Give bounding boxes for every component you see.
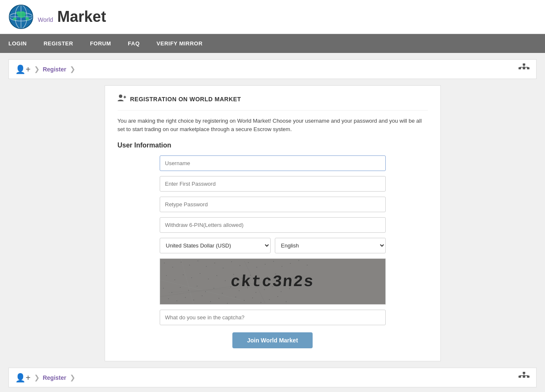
language-select[interactable]: English Spanish French German: [275, 238, 386, 253]
breadcrumb-bottom-left: 👤+ ❯ Register ❯: [15, 373, 75, 383]
logo-text: World Market: [38, 8, 106, 26]
svg-point-63: [197, 286, 197, 287]
svg-point-80: [202, 295, 203, 296]
svg-point-39: [273, 261, 274, 262]
registration-description: You are making the right choice by regis…: [118, 117, 428, 133]
svg-point-29: [189, 265, 190, 266]
svg-point-27: [172, 267, 173, 268]
svg-point-38: [265, 264, 266, 265]
svg-point-26: [164, 263, 165, 263]
main-wrapper: 👤+ ❯ Register ❯: [0, 53, 545, 392]
svg-point-43: [307, 265, 308, 266]
svg-point-47: [191, 277, 192, 278]
svg-point-83: [227, 303, 228, 304]
svg-rect-91: [523, 372, 525, 374]
registration-form: United States Dollar (USD) Bitcoin (BTC)…: [118, 155, 428, 348]
svg-point-33: [223, 268, 224, 268]
svg-point-50: [216, 275, 217, 276]
svg-point-87: [261, 302, 261, 303]
svg-point-59: [163, 288, 164, 289]
captcha-text: cktc3n2s: [230, 273, 315, 291]
svg-point-46: [183, 274, 184, 275]
svg-point-32: [214, 263, 215, 263]
svg-point-84: [235, 297, 236, 297]
svg-point-48: [200, 273, 200, 274]
svg-point-28: [181, 262, 182, 263]
svg-point-73: [281, 291, 282, 292]
username-input[interactable]: [160, 155, 386, 171]
svg-point-79: [193, 300, 194, 300]
selects-row: United States Dollar (USD) Bitcoin (BTC)…: [160, 238, 386, 253]
svg-rect-6: [523, 63, 525, 66]
svg-point-35: [240, 265, 240, 266]
chevron-right-icon: ❯: [34, 65, 39, 73]
svg-point-41: [290, 263, 291, 264]
svg-point-42: [298, 260, 299, 261]
logo-area: World Market: [8, 4, 106, 29]
svg-point-66: [222, 293, 223, 294]
breadcrumb-bottom: 👤+ ❯ Register ❯: [8, 368, 537, 387]
card-header: REGISTRATION ON WORLD MARKET: [118, 94, 428, 110]
breadcrumb-left: 👤+ ❯ Register ❯: [15, 64, 75, 74]
svg-point-37: [256, 267, 257, 268]
sitemap-icon: [518, 63, 530, 75]
nav-faq[interactable]: FAQ: [119, 34, 148, 53]
globe-icon: [8, 4, 34, 29]
header: World Market: [0, 0, 545, 34]
retype-password-input[interactable]: [160, 197, 386, 212]
svg-point-30: [197, 260, 198, 261]
logo-market: Market: [53, 8, 106, 25]
svg-point-89: [277, 296, 278, 297]
nav-login[interactable]: LOGIN: [0, 34, 35, 53]
nav-register[interactable]: REGISTER: [35, 34, 82, 53]
svg-point-36: [248, 262, 249, 263]
breadcrumb-label: Register: [43, 66, 66, 73]
captcha-image: cktc3n2s: [160, 258, 386, 305]
logo-world: World: [38, 16, 53, 23]
svg-point-60: [171, 292, 172, 293]
svg-point-78: [185, 297, 186, 298]
navigation: LOGIN REGISTER FORUM FAQ VERIFY MIRROR: [0, 34, 545, 53]
chevron-right-icon-2: ❯: [70, 65, 75, 73]
svg-point-40: [282, 266, 282, 267]
svg-point-61: [180, 287, 181, 288]
svg-point-85: [244, 300, 245, 301]
registration-card: REGISTRATION ON WORLD MARKET You are mak…: [105, 85, 441, 361]
svg-point-81: [210, 301, 211, 302]
password-input[interactable]: [160, 176, 386, 192]
nav-forum[interactable]: FORUM: [82, 34, 119, 53]
user-info-title: User Information: [118, 142, 428, 149]
user-add-icon: 👤+: [15, 64, 31, 74]
chevron-right-icon-bottom-2: ❯: [70, 374, 75, 381]
pin-input[interactable]: [160, 217, 386, 233]
svg-point-82: [219, 298, 219, 299]
nav-verify-mirror[interactable]: VERIFY MIRROR: [148, 34, 211, 53]
user-add-icon-bottom: 👤+: [15, 373, 31, 383]
svg-point-44: [166, 275, 167, 276]
register-header-icon: [118, 94, 126, 104]
svg-point-51: [225, 280, 226, 281]
join-button[interactable]: Join World Market: [232, 332, 313, 348]
svg-point-64: [205, 291, 206, 292]
svg-point-49: [208, 279, 209, 279]
svg-point-65: [213, 288, 214, 289]
svg-point-86: [252, 297, 253, 298]
currency-select[interactable]: United States Dollar (USD) Bitcoin (BTC)…: [160, 238, 271, 253]
svg-point-31: [206, 266, 207, 267]
svg-point-88: [269, 299, 270, 300]
sitemap-icon-bottom: [518, 371, 530, 384]
svg-point-70: [255, 292, 256, 293]
svg-point-90: [286, 301, 287, 302]
breadcrumb-bottom-label: Register: [43, 374, 66, 381]
svg-point-34: [231, 261, 232, 262]
card-header-title: REGISTRATION ON WORLD MARKET: [130, 96, 241, 103]
svg-point-13: [119, 95, 122, 98]
svg-point-62: [188, 290, 189, 291]
svg-point-77: [176, 300, 177, 301]
svg-point-76: [168, 298, 169, 299]
breadcrumb-top: 👤+ ❯ Register ❯: [8, 59, 537, 79]
chevron-right-icon-bottom: ❯: [34, 374, 39, 381]
captcha-input[interactable]: [160, 310, 386, 325]
svg-point-45: [174, 279, 175, 280]
